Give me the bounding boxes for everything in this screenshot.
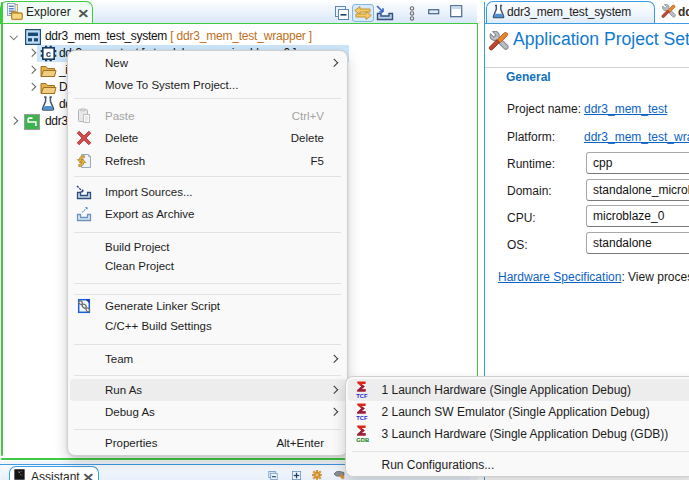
svg-text:TCF: TCF <box>356 393 368 399</box>
svg-text:TCF: TCF <box>356 415 368 421</box>
svg-text:GDB: GDB <box>356 437 369 443</box>
svg-text:c: c <box>46 48 51 59</box>
